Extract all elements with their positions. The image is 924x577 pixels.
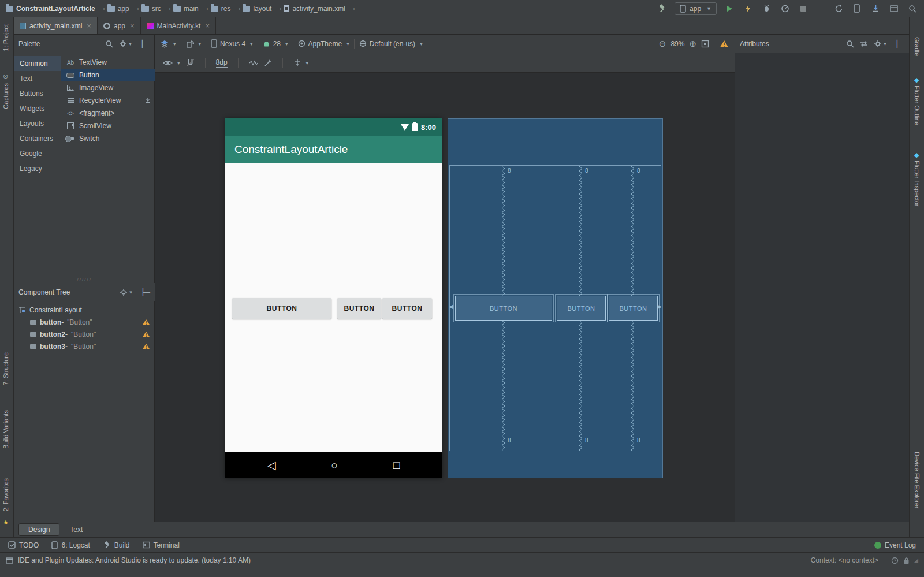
bottom-tool-bar: TODO 6: Logcat Build Terminal Event Log	[0, 537, 924, 552]
mode-tab-design[interactable]: Design	[18, 523, 59, 536]
tree-row-button3[interactable]: button3- "Button"	[14, 340, 155, 352]
canvas-toolbar: ▾ 8dp ▾	[155, 53, 735, 73]
favorites-star-icon[interactable]: ★	[3, 519, 9, 526]
tree-row-button2[interactable]: button2- "Button"	[14, 328, 155, 340]
close-icon[interactable]: ×	[205, 21, 210, 30]
blueprint-button-1[interactable]: BUTTON	[455, 296, 552, 321]
palette-category-layouts[interactable]: Layouts	[14, 116, 61, 131]
breadcrumb-main[interactable]: main	[173, 5, 208, 13]
breadcrumb-project[interactable]: ConstraintLayoutArticle	[6, 5, 105, 13]
stripe-structure[interactable]: 7: Structure	[2, 352, 9, 385]
stripe-flutter-inspector[interactable]: Flutter Inspector	[914, 161, 921, 206]
design-button-1[interactable]: BUTTON	[232, 298, 331, 319]
surface-mode-selector[interactable]: ▾	[161, 40, 176, 48]
palette-item-recyclerview[interactable]: RecyclerView	[61, 94, 155, 107]
breadcrumb-res[interactable]: res	[211, 5, 241, 13]
terminal-toolwindow-button[interactable]: Terminal	[143, 541, 180, 549]
infer-constraints-icon[interactable]	[264, 59, 272, 67]
search-everywhere-icon[interactable]	[907, 3, 918, 14]
avd-manager-icon[interactable]	[851, 3, 863, 14]
breadcrumb-src[interactable]: src	[141, 5, 171, 13]
lint-warning-icon[interactable]	[720, 40, 729, 48]
blueprint-button-2[interactable]: BUTTON	[557, 296, 606, 321]
stripe-flutter-outline[interactable]: Flutter Outline	[914, 85, 921, 125]
stripe-project[interactable]: 1: Project	[2, 24, 9, 51]
stripe-device-file-explorer[interactable]: Device File Explorer	[914, 452, 921, 508]
zoom-out-button[interactable]: ⊖	[659, 39, 666, 48]
resize-grip-icon[interactable]: ◢	[914, 557, 918, 563]
gear-icon[interactable]: ▾	[874, 40, 886, 48]
locale-selector[interactable]: Default (en-us) ▾	[359, 40, 423, 48]
stripe-gradle[interactable]: Gradle	[914, 37, 921, 56]
minimize-panel-icon[interactable]: ▕―	[138, 288, 150, 296]
tree-row-button1[interactable]: button- "Button"	[14, 316, 155, 328]
zoom-to-fit-icon[interactable]	[701, 40, 709, 48]
clear-constraints-icon[interactable]	[249, 59, 258, 66]
default-margin-selector[interactable]: 8dp	[216, 58, 228, 68]
lock-icon[interactable]	[903, 557, 910, 564]
design-button-3[interactable]: BUTTON	[382, 298, 432, 319]
palette-item-switch[interactable]: Switch	[61, 132, 155, 145]
align-menu[interactable]: ▾	[293, 59, 309, 67]
swap-panel-icon[interactable]	[860, 40, 868, 47]
tab-app[interactable]: app ×	[98, 17, 141, 34]
device-selector[interactable]: Nexus 4 ▾	[211, 39, 253, 48]
logcat-toolwindow-button[interactable]: 6: Logcat	[51, 541, 90, 549]
breadcrumb-layout[interactable]: layout	[243, 5, 281, 13]
stripe-captures[interactable]: Captures	[2, 83, 9, 109]
palette-item-button[interactable]: Button	[61, 69, 155, 81]
palette-category-legacy[interactable]: Legacy	[14, 161, 61, 176]
tab-activity-main-xml[interactable]: activity_main.xml ×	[14, 17, 98, 34]
design-button-2[interactable]: BUTTON	[337, 298, 381, 319]
design-canvas[interactable]: 8:00 ConstraintLayoutArticle BUTTON BUTT…	[155, 73, 735, 522]
profiler-icon[interactable]	[779, 3, 791, 14]
autoconnect-magnet-icon[interactable]	[186, 58, 195, 67]
minimize-panel-icon[interactable]: ▕―	[137, 40, 150, 48]
palette-category-containers[interactable]: Containers	[14, 131, 61, 146]
search-icon[interactable]	[846, 40, 854, 48]
palette-item-scrollview[interactable]: ScrollView	[61, 120, 155, 132]
theme-selector[interactable]: AppTheme ▾	[298, 40, 349, 48]
background-tasks-icon[interactable]	[891, 557, 899, 564]
stripe-favorites[interactable]: 2: Favorites	[2, 478, 9, 511]
sync-gradle-icon[interactable]	[833, 3, 844, 14]
palette-category-text[interactable]: Text	[14, 71, 61, 86]
sdk-manager-icon[interactable]	[870, 3, 881, 14]
stop-button[interactable]	[798, 3, 809, 14]
gear-icon[interactable]: ▾	[119, 40, 132, 48]
todo-toolwindow-button[interactable]: TODO	[8, 541, 39, 549]
build-hammer-icon[interactable]	[656, 3, 668, 14]
tree-row-constraintlayout[interactable]: ConstraintLayout	[14, 304, 155, 316]
panel-splitter[interactable]: //////	[14, 276, 155, 283]
debug-icon[interactable]	[761, 3, 772, 14]
build-toolwindow-button[interactable]: Build	[103, 541, 130, 549]
blueprint-button-3[interactable]: BUTTON	[609, 296, 658, 321]
orientation-selector[interactable]: ▾	[186, 40, 202, 48]
apply-changes-icon[interactable]	[742, 3, 754, 14]
event-log-button[interactable]: Event Log	[874, 541, 916, 549]
minimize-panel-icon[interactable]: ▕―	[892, 40, 904, 48]
gear-icon[interactable]: ▾	[120, 288, 132, 296]
palette-category-widgets[interactable]: Widgets	[14, 101, 61, 116]
close-icon[interactable]: ×	[87, 21, 91, 30]
zoom-in-button[interactable]: ⊕	[689, 39, 696, 48]
project-folder-icon	[6, 6, 13, 12]
palette-category-common[interactable]: Common	[14, 56, 61, 71]
palette-item-textview[interactable]: Ab TextView	[61, 56, 155, 69]
api-level-selector[interactable]: 28 ▾	[263, 40, 288, 48]
run-button[interactable]	[724, 3, 735, 14]
mode-tab-text[interactable]: Text	[61, 524, 92, 535]
palette-category-buttons[interactable]: Buttons	[14, 86, 61, 101]
close-icon[interactable]: ×	[130, 21, 135, 30]
palette-item-fragment[interactable]: <> <fragment>	[61, 107, 155, 120]
view-options-selector[interactable]: ▾	[163, 59, 180, 66]
stripe-build-variants[interactable]: Build Variants	[2, 410, 9, 449]
layout-inspector-icon[interactable]	[888, 3, 900, 14]
breadcrumb-app[interactable]: app	[107, 5, 139, 13]
breadcrumb-file[interactable]: activity_main.xml	[284, 5, 355, 13]
tab-mainactivity-kt[interactable]: MainActivity.kt ×	[141, 17, 216, 34]
run-configuration-selector[interactable]: app ▼	[675, 2, 717, 15]
palette-item-imageview[interactable]: ImageView	[61, 81, 155, 94]
search-icon[interactable]	[105, 40, 113, 48]
palette-category-google[interactable]: Google	[14, 146, 61, 161]
